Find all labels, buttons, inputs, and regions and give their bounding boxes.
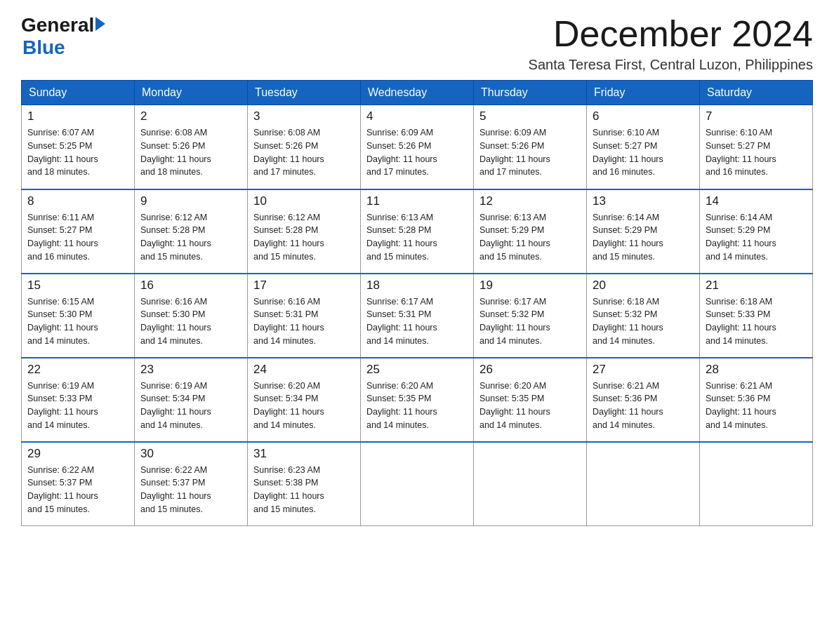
day-number: 20 xyxy=(593,279,694,293)
title-area: December 2024 Santa Teresa First, Centra… xyxy=(529,14,813,73)
calendar-cell: 19Sunrise: 6:17 AMSunset: 5:32 PMDayligh… xyxy=(474,274,587,358)
calendar-cell: 9Sunrise: 6:12 AMSunset: 5:28 PMDaylight… xyxy=(135,189,248,274)
day-info: Sunrise: 6:18 AMSunset: 5:32 PMDaylight:… xyxy=(593,295,694,348)
day-info: Sunrise: 6:17 AMSunset: 5:31 PMDaylight:… xyxy=(366,295,468,348)
logo: General Blue xyxy=(21,14,105,59)
day-number: 14 xyxy=(706,194,807,208)
day-number: 29 xyxy=(27,447,128,461)
calendar-cell: 26Sunrise: 6:20 AMSunset: 5:35 PMDayligh… xyxy=(474,358,587,442)
day-info: Sunrise: 6:12 AMSunset: 5:28 PMDaylight:… xyxy=(253,211,355,264)
calendar-cell: 28Sunrise: 6:21 AMSunset: 5:36 PMDayligh… xyxy=(700,358,813,442)
calendar-cell: 3Sunrise: 6:08 AMSunset: 5:26 PMDaylight… xyxy=(248,105,361,189)
location-title: Santa Teresa First, Central Luzon, Phili… xyxy=(529,57,813,73)
calendar-cell: 10Sunrise: 6:12 AMSunset: 5:28 PMDayligh… xyxy=(248,189,361,274)
calendar-week-row: 1Sunrise: 6:07 AMSunset: 5:25 PMDaylight… xyxy=(22,105,813,189)
day-number: 22 xyxy=(27,363,128,377)
month-title: December 2024 xyxy=(529,14,813,54)
day-number: 9 xyxy=(140,194,241,208)
day-info: Sunrise: 6:13 AMSunset: 5:29 PMDaylight:… xyxy=(479,211,581,264)
day-info: Sunrise: 6:17 AMSunset: 5:32 PMDaylight:… xyxy=(479,295,581,348)
calendar-cell: 31Sunrise: 6:23 AMSunset: 5:38 PMDayligh… xyxy=(248,442,361,526)
header-tuesday: Tuesday xyxy=(248,81,361,105)
calendar-cell: 21Sunrise: 6:18 AMSunset: 5:33 PMDayligh… xyxy=(700,274,813,358)
calendar-cell: 15Sunrise: 6:15 AMSunset: 5:30 PMDayligh… xyxy=(22,274,135,358)
calendar-cell xyxy=(474,442,587,526)
calendar-cell: 16Sunrise: 6:16 AMSunset: 5:30 PMDayligh… xyxy=(135,274,248,358)
day-info: Sunrise: 6:10 AMSunset: 5:27 PMDaylight:… xyxy=(706,126,807,179)
header-thursday: Thursday xyxy=(474,81,587,105)
day-number: 7 xyxy=(706,109,807,123)
day-info: Sunrise: 6:19 AMSunset: 5:34 PMDaylight:… xyxy=(140,380,241,432)
day-info: Sunrise: 6:08 AMSunset: 5:26 PMDaylight:… xyxy=(140,126,241,179)
day-number: 16 xyxy=(140,279,241,293)
calendar-week-row: 22Sunrise: 6:19 AMSunset: 5:33 PMDayligh… xyxy=(22,358,813,442)
day-number: 11 xyxy=(366,194,468,208)
header-monday: Monday xyxy=(135,81,248,105)
day-number: 23 xyxy=(140,363,241,377)
day-info: Sunrise: 6:23 AMSunset: 5:38 PMDaylight:… xyxy=(253,464,355,516)
day-number: 30 xyxy=(140,447,241,461)
logo-line1: General xyxy=(21,14,105,36)
calendar-cell: 12Sunrise: 6:13 AMSunset: 5:29 PMDayligh… xyxy=(474,189,587,274)
calendar-week-row: 15Sunrise: 6:15 AMSunset: 5:30 PMDayligh… xyxy=(22,274,813,358)
day-number: 12 xyxy=(479,194,581,208)
logo-general: General xyxy=(21,14,94,36)
logo-arrow-icon xyxy=(95,17,105,31)
day-number: 2 xyxy=(140,109,241,123)
day-number: 10 xyxy=(253,194,355,208)
day-number: 26 xyxy=(479,363,581,377)
day-number: 15 xyxy=(27,279,128,293)
day-info: Sunrise: 6:22 AMSunset: 5:37 PMDaylight:… xyxy=(140,464,241,516)
day-info: Sunrise: 6:14 AMSunset: 5:29 PMDaylight:… xyxy=(706,211,807,264)
day-info: Sunrise: 6:21 AMSunset: 5:36 PMDaylight:… xyxy=(593,380,694,432)
day-info: Sunrise: 6:16 AMSunset: 5:31 PMDaylight:… xyxy=(253,295,355,348)
calendar-cell: 13Sunrise: 6:14 AMSunset: 5:29 PMDayligh… xyxy=(587,189,700,274)
calendar-cell: 22Sunrise: 6:19 AMSunset: 5:33 PMDayligh… xyxy=(22,358,135,442)
calendar-cell: 17Sunrise: 6:16 AMSunset: 5:31 PMDayligh… xyxy=(248,274,361,358)
calendar-cell: 8Sunrise: 6:11 AMSunset: 5:27 PMDaylight… xyxy=(22,189,135,274)
calendar-cell: 4Sunrise: 6:09 AMSunset: 5:26 PMDaylight… xyxy=(361,105,474,189)
day-number: 17 xyxy=(253,279,355,293)
calendar-cell: 24Sunrise: 6:20 AMSunset: 5:34 PMDayligh… xyxy=(248,358,361,442)
header-wednesday: Wednesday xyxy=(361,81,474,105)
calendar-table: SundayMondayTuesdayWednesdayThursdayFrid… xyxy=(21,80,813,526)
day-number: 24 xyxy=(253,363,355,377)
day-info: Sunrise: 6:21 AMSunset: 5:36 PMDaylight:… xyxy=(706,380,807,432)
day-info: Sunrise: 6:14 AMSunset: 5:29 PMDaylight:… xyxy=(593,211,694,264)
calendar-week-row: 29Sunrise: 6:22 AMSunset: 5:37 PMDayligh… xyxy=(22,442,813,526)
calendar-cell xyxy=(361,442,474,526)
calendar-cell: 29Sunrise: 6:22 AMSunset: 5:37 PMDayligh… xyxy=(22,442,135,526)
day-info: Sunrise: 6:07 AMSunset: 5:25 PMDaylight:… xyxy=(27,126,128,179)
calendar-cell xyxy=(587,442,700,526)
day-number: 31 xyxy=(253,447,355,461)
logo-blue: Blue xyxy=(22,36,65,59)
day-info: Sunrise: 6:18 AMSunset: 5:33 PMDaylight:… xyxy=(706,295,807,348)
calendar-cell: 14Sunrise: 6:14 AMSunset: 5:29 PMDayligh… xyxy=(700,189,813,274)
day-number: 3 xyxy=(253,109,355,123)
calendar-cell: 18Sunrise: 6:17 AMSunset: 5:31 PMDayligh… xyxy=(361,274,474,358)
calendar-cell: 23Sunrise: 6:19 AMSunset: 5:34 PMDayligh… xyxy=(135,358,248,442)
calendar-cell: 11Sunrise: 6:13 AMSunset: 5:28 PMDayligh… xyxy=(361,189,474,274)
day-info: Sunrise: 6:22 AMSunset: 5:37 PMDaylight:… xyxy=(27,464,128,516)
day-info: Sunrise: 6:09 AMSunset: 5:26 PMDaylight:… xyxy=(479,126,581,179)
calendar-cell: 2Sunrise: 6:08 AMSunset: 5:26 PMDaylight… xyxy=(135,105,248,189)
day-number: 19 xyxy=(479,279,581,293)
header-sunday: Sunday xyxy=(22,81,135,105)
page-header: General Blue December 2024 Santa Teresa … xyxy=(21,14,813,73)
day-info: Sunrise: 6:20 AMSunset: 5:35 PMDaylight:… xyxy=(366,380,468,432)
day-number: 18 xyxy=(366,279,468,293)
day-number: 28 xyxy=(706,363,807,377)
calendar-cell: 5Sunrise: 6:09 AMSunset: 5:26 PMDaylight… xyxy=(474,105,587,189)
calendar-cell: 7Sunrise: 6:10 AMSunset: 5:27 PMDaylight… xyxy=(700,105,813,189)
calendar-cell: 20Sunrise: 6:18 AMSunset: 5:32 PMDayligh… xyxy=(587,274,700,358)
day-info: Sunrise: 6:08 AMSunset: 5:26 PMDaylight:… xyxy=(253,126,355,179)
day-info: Sunrise: 6:19 AMSunset: 5:33 PMDaylight:… xyxy=(27,380,128,432)
calendar-cell: 27Sunrise: 6:21 AMSunset: 5:36 PMDayligh… xyxy=(587,358,700,442)
day-number: 13 xyxy=(593,194,694,208)
day-number: 27 xyxy=(593,363,694,377)
day-info: Sunrise: 6:11 AMSunset: 5:27 PMDaylight:… xyxy=(27,211,128,264)
day-info: Sunrise: 6:15 AMSunset: 5:30 PMDaylight:… xyxy=(27,295,128,348)
header-saturday: Saturday xyxy=(700,81,813,105)
calendar-week-row: 8Sunrise: 6:11 AMSunset: 5:27 PMDaylight… xyxy=(22,189,813,274)
day-number: 1 xyxy=(27,109,128,123)
